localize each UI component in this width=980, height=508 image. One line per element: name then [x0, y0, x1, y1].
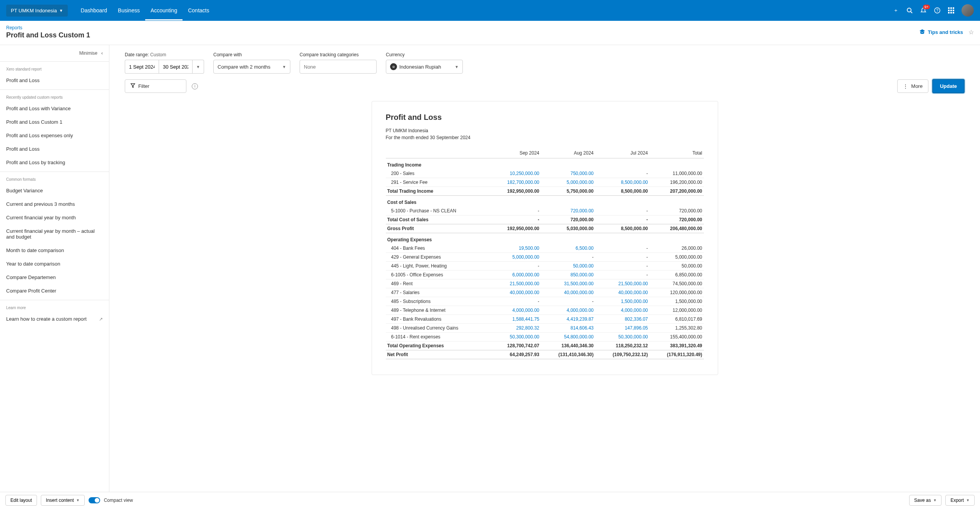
search-icon[interactable] — [906, 7, 913, 14]
amount-link[interactable]: 5,000,000.00 — [541, 178, 595, 187]
help-icon[interactable]: ? — [934, 7, 941, 14]
currency-label: Currency — [386, 52, 463, 57]
table-row: 489 - Telephone & Internet4,000,000.004,… — [386, 306, 704, 315]
avatar[interactable] — [962, 4, 974, 17]
sidebar-item[interactable]: Month to date comparison — [0, 244, 109, 257]
info-icon[interactable]: i — [192, 83, 198, 89]
sidebar-item[interactable]: Learn how to create a custom report↗ — [0, 312, 109, 326]
amount-link[interactable]: 40,000,000.00 — [491, 288, 541, 297]
total-label: Total Trading Income — [386, 187, 491, 196]
amount-link[interactable]: 292,800.32 — [491, 324, 541, 333]
topnav-item-contacts[interactable]: Contacts — [183, 0, 214, 20]
chevron-left-icon[interactable]: ‹ — [101, 50, 103, 56]
notifications-icon[interactable]: 9+ — [920, 7, 927, 14]
sidebar-item[interactable]: Profit and Loss Custom 1 — [0, 115, 109, 129]
amount-link[interactable]: 147,896.05 — [595, 324, 650, 333]
amount-link[interactable]: 50,300,000.00 — [595, 333, 650, 341]
amount-link[interactable]: 6,000,000.00 — [491, 271, 541, 279]
table-column-header: Aug 2024 — [541, 148, 595, 158]
amount-link[interactable]: 40,000,000.00 — [541, 288, 595, 297]
star-icon[interactable]: ☆ — [968, 29, 974, 36]
amount-link[interactable]: 802,336.07 — [595, 315, 650, 324]
section-header: Trading Income — [386, 158, 704, 170]
amount-link[interactable]: 50,300,000.00 — [491, 333, 541, 341]
table-row: 404 - Bank Fees19,500.006,500.00-26,000.… — [386, 244, 704, 253]
amount-link[interactable]: 814,606.43 — [541, 324, 595, 333]
amount-link[interactable]: 10,250,000.00 — [491, 169, 541, 178]
total-cell: 720,000.00 — [650, 215, 704, 224]
total-cell: 8,500,000.00 — [595, 187, 650, 196]
date-range-dropdown[interactable]: ▼ — [193, 60, 204, 74]
sidebar-item[interactable]: Current and previous 3 months — [0, 197, 109, 211]
amount-link[interactable]: 5,000,000.00 — [491, 253, 541, 262]
sidebar-item[interactable]: Compare Departemen — [0, 271, 109, 284]
org-switcher[interactable]: PT UMKM Indonesia ▼ — [6, 5, 68, 17]
table-column-header: Jul 2024 — [595, 148, 650, 158]
amount-link[interactable]: 4,000,000.00 — [541, 306, 595, 315]
amount-link[interactable]: 21,500,000.00 — [491, 279, 541, 288]
amount-link[interactable]: 31,500,000.00 — [541, 279, 595, 288]
sidebar-section-learn: Learn more — [0, 300, 109, 312]
total-cell: 206,480,000.00 — [650, 224, 704, 233]
total-cell: 136,440,346.30 — [541, 341, 595, 350]
amount-link[interactable]: 8,500,000.00 — [595, 178, 650, 187]
filter-icon — [131, 83, 135, 89]
sidebar-item[interactable]: Profit and Loss — [0, 142, 109, 156]
breadcrumb-bar: Reports Profit and Loss Custom 1 Tips an… — [0, 21, 980, 45]
topnav-item-accounting[interactable]: Accounting — [145, 0, 183, 20]
date-start-input[interactable] — [125, 60, 159, 74]
pnl-table: Sep 2024Aug 2024Jul 2024Total Trading In… — [386, 148, 704, 359]
sidebar-section-standard: Xero standard report — [0, 62, 109, 74]
amount-link[interactable]: 4,000,000.00 — [595, 306, 650, 315]
amount-link[interactable]: 182,700,000.00 — [491, 178, 541, 187]
table-row: 6-1014 - Rent expenses50,300,000.0054,80… — [386, 333, 704, 341]
filter-button[interactable]: Filter — [125, 79, 186, 93]
apps-icon[interactable] — [948, 7, 955, 14]
amount-link[interactable]: 1,500,000.00 — [595, 297, 650, 306]
breadcrumb-reports[interactable]: Reports — [6, 25, 22, 30]
currency-icon: ¤ — [390, 63, 397, 70]
amount-cell: 74,500,000.00 — [650, 279, 704, 288]
sidebar-item[interactable]: Compare Profit Center — [0, 284, 109, 298]
sidebar-item[interactable]: Current financial year by month — [0, 211, 109, 224]
section-header: Operating Expenses — [386, 233, 704, 244]
total-cell: 118,250,232.12 — [595, 341, 650, 350]
sidebar-item[interactable]: Budget Variance — [0, 184, 109, 197]
amount-link[interactable]: 54,800,000.00 — [541, 333, 595, 341]
sidebar-section-recent: Recently updated custom reports — [0, 90, 109, 102]
sidebar-item[interactable]: Current financial year by month – actual… — [0, 224, 109, 244]
plus-icon[interactable]: ＋ — [892, 7, 899, 14]
amount-link[interactable]: 4,000,000.00 — [491, 306, 541, 315]
tracking-select[interactable] — [300, 60, 377, 74]
total-cell: 207,200,000.00 — [650, 187, 704, 196]
minimise-button[interactable]: Minimise — [79, 50, 97, 56]
more-button[interactable]: ⋮ More — [897, 79, 928, 93]
amount-link[interactable]: 1,588,441.75 — [491, 315, 541, 324]
amount-link[interactable]: 40,000,000.00 — [595, 288, 650, 297]
total-cell: 64,249,257.93 — [491, 350, 541, 359]
amount-link[interactable]: 4,419,239.87 — [541, 315, 595, 324]
date-end-input[interactable] — [159, 60, 193, 74]
currency-select[interactable]: ¤ Indonesian Rupiah ▼ — [386, 60, 463, 74]
amount-link[interactable]: 50,000.00 — [541, 262, 595, 271]
sidebar-item[interactable]: Profit and Loss expenses only — [0, 129, 109, 142]
total-cell: (131,410,346.30) — [541, 350, 595, 359]
topnav-item-dashboard[interactable]: Dashboard — [75, 0, 113, 20]
compare-with-select[interactable]: Compare with 2 months ▼ — [213, 60, 290, 74]
amount-link[interactable]: 750,000.00 — [541, 169, 595, 178]
tracking-input[interactable] — [304, 64, 372, 70]
amount-link[interactable]: 6,500.00 — [541, 244, 595, 253]
top-bar: PT UMKM Indonesia ▼ DashboardBusinessAcc… — [0, 0, 980, 21]
amount-link[interactable]: 850,000.00 — [541, 271, 595, 279]
sidebar-item[interactable]: Profit and Loss by tracking — [0, 156, 109, 169]
sidebar-item[interactable]: Profit and Loss — [0, 74, 109, 87]
amount-link[interactable]: 19,500.00 — [491, 244, 541, 253]
sidebar-item[interactable]: Profit and Loss with Variance — [0, 102, 109, 115]
amount-link[interactable]: 720,000.00 — [541, 207, 595, 215]
amount-link[interactable]: 21,500,000.00 — [595, 279, 650, 288]
update-button[interactable]: Update — [932, 79, 965, 93]
amount-cell: - — [541, 297, 595, 306]
tips-and-tricks-button[interactable]: Tips and tricks — [919, 29, 963, 36]
topnav-item-business[interactable]: Business — [112, 0, 145, 20]
sidebar-item[interactable]: Year to date comparison — [0, 257, 109, 271]
